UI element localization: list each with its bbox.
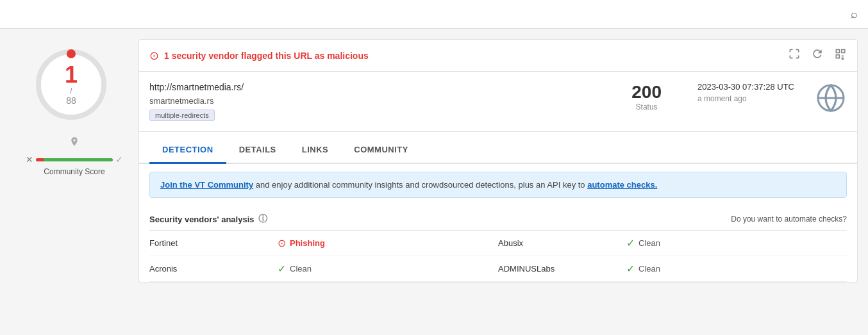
url-tag[interactable]: multiple-redirects — [149, 110, 215, 121]
join-banner: Join the VT Community and enjoy addition… — [149, 172, 847, 198]
header-bar: ⌕ — [0, 0, 868, 29]
clean-label: Clean — [638, 264, 660, 274]
community-score-bar: ✕ ✓ — [26, 154, 123, 165]
score-divider: / — [70, 86, 72, 95]
info-icon[interactable]: ⓘ — [258, 213, 267, 225]
vendors-header: Security vendors' analysis ⓘ Do you want… — [149, 206, 847, 231]
community-label: Community Score — [44, 167, 104, 176]
info-panel: ⊙ 1 security vendor flagged this URL as … — [138, 39, 858, 282]
check-circle-icon: ✓ — [626, 263, 635, 275]
alert-left: ⊙ 1 security vendor flagged this URL as … — [149, 49, 369, 63]
join-vt-link[interactable]: Join the VT Community — [160, 180, 253, 190]
automate-text: Do you want to automate checks? — [731, 215, 847, 224]
url-timestamp: 2023-03-30 07:37:28 UTC a moment ago — [687, 82, 805, 103]
tab-details[interactable]: DETAILS — [226, 137, 289, 164]
tabs-bar: DETECTION DETAILS LINKS COMMUNITY — [139, 137, 857, 164]
table-row: Fortinet ⊙ Phishing Abusix ✓ Clean — [149, 231, 847, 256]
vendor-result-left: ⊙ Phishing — [278, 237, 498, 249]
score-circle: 1 / 88 — [36, 49, 106, 120]
vendors-table: Fortinet ⊙ Phishing Abusix ✓ Clean Acron… — [149, 231, 847, 282]
x-icon[interactable]: ✕ — [26, 154, 33, 165]
status-label: Status — [631, 102, 662, 111]
refresh-icon[interactable] — [811, 47, 824, 63]
alert-text: 1 security vendor flagged this URL as ma… — [164, 51, 369, 61]
automate-checks-link[interactable]: automate checks. — [587, 180, 657, 190]
vendors-title: Security vendors' analysis ⓘ — [149, 213, 267, 225]
vendor-result-left: ✓ Clean — [278, 263, 498, 275]
alert-bar: ⊙ 1 security vendor flagged this URL as … — [139, 40, 857, 72]
alert-actions — [788, 47, 847, 63]
tab-community[interactable]: COMMUNITY — [341, 137, 421, 164]
location-icon — [69, 136, 79, 149]
url-details: http://smartnetmedia.rs/ smartnetmedia.r… — [149, 82, 606, 121]
globe-icon-container — [815, 82, 847, 114]
clean-label: Clean — [638, 238, 660, 248]
vendor-name-right: Abusix — [498, 238, 626, 248]
vendor-name-left: Fortinet — [149, 238, 278, 248]
clean-label: Clean — [290, 264, 312, 274]
score-circle-container: 1 / 88 — [36, 49, 113, 126]
check-circle-icon: ✓ — [626, 237, 635, 249]
vendor-result-right: ✓ Clean — [626, 237, 847, 249]
main-content: 1 / 88 ✕ ✓ Community Score ⊙ 1 security … — [0, 29, 868, 293]
tab-detection[interactable]: DETECTION — [149, 137, 226, 164]
tab-links[interactable]: LINKS — [289, 137, 342, 164]
warning-circle-icon: ⊙ — [278, 237, 286, 249]
banner-middle-text: and enjoy additional community insights … — [253, 180, 587, 190]
timestamp-relative: a moment ago — [697, 94, 794, 103]
alert-icon: ⊙ — [149, 49, 159, 63]
vendor-result-right: ✓ Clean — [626, 263, 847, 275]
check-icon-small: ✓ — [115, 154, 123, 165]
score-number: 1 — [65, 63, 78, 86]
search-icon[interactable]: ⌕ — [851, 8, 858, 21]
score-total: 88 — [66, 95, 76, 106]
check-circle-icon: ✓ — [278, 263, 286, 275]
vendors-section: Security vendors' analysis ⓘ Do you want… — [139, 206, 857, 282]
phishing-label: Phishing — [290, 238, 325, 248]
url-main: http://smartnetmedia.rs/ — [149, 82, 606, 92]
timestamp-text: 2023-03-30 07:37:28 UTC — [697, 82, 794, 92]
qr-icon[interactable] — [834, 47, 847, 63]
vendor-name-right: ADMINUSLabs — [498, 264, 626, 274]
url-domain: smartnetmedia.rs — [149, 96, 606, 106]
vendor-name-left: Acronis — [149, 264, 278, 274]
community-score-bar-track — [36, 158, 113, 161]
url-section: http://smartnetmedia.rs/ smartnetmedia.r… — [139, 72, 857, 132]
table-row: Acronis ✓ Clean ADMINUSLabs ✓ Clean — [149, 256, 847, 282]
vendors-title-text: Security vendors' analysis — [149, 215, 255, 224]
score-panel: 1 / 88 ✕ ✓ Community Score — [10, 39, 138, 282]
url-status: 200 Status — [616, 82, 677, 111]
status-code: 200 — [631, 82, 662, 102]
compare-icon[interactable] — [788, 47, 801, 63]
